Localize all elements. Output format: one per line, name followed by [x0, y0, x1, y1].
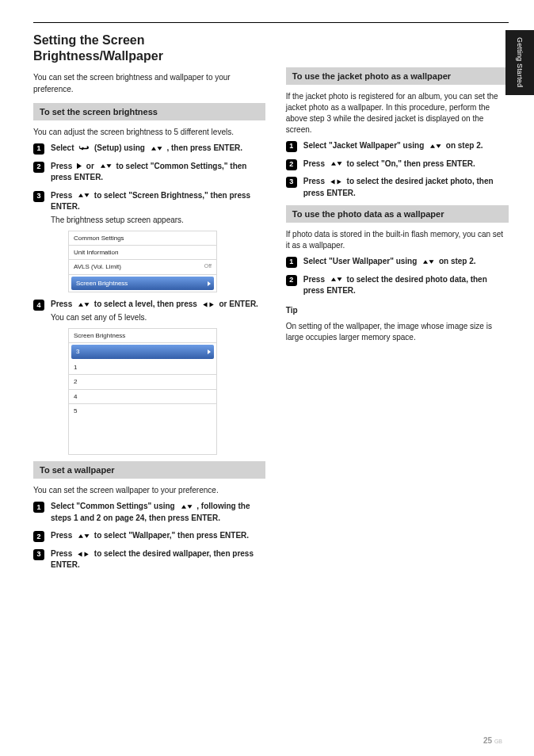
step-item: Press to select "Screen Brightness," the…: [33, 190, 265, 293]
panel-row-selected: 3: [71, 345, 214, 359]
up-down-arrows-icon: [329, 160, 343, 167]
step-text: on step 2.: [446, 141, 483, 150]
panel-row: AVLS (Vol. Limit) Off: [69, 260, 216, 275]
step-text: to select "On," then press ENTER.: [347, 159, 475, 168]
section-heading-jacket: To use the jacket photo as a wallpaper: [286, 67, 509, 85]
steps-wallpaper: Select "Common Settings" using , followi…: [33, 501, 265, 571]
step-item: Press to select the desired photo data, …: [286, 274, 509, 297]
step-text: on step 2.: [439, 257, 476, 265]
steps-photo: Select "User Wallpaper" using on step 2.…: [286, 256, 509, 297]
section-intro: If photo data is stored in the built-in …: [286, 229, 509, 251]
step-item: Select "User Wallpaper" using on step 2.: [286, 256, 509, 268]
up-down-arrows-icon: [149, 145, 163, 152]
step-text: Press: [303, 275, 327, 284]
up-down-arrows-icon: [179, 503, 193, 510]
panel-row: 4: [69, 390, 216, 405]
up-down-arrows-icon: [421, 258, 435, 265]
up-down-arrows-icon: [428, 143, 442, 150]
ui-panel-brightness-levels: Screen Brightness 3 1 2 4 5: [68, 328, 217, 455]
step-text: (Setup) using: [94, 143, 147, 152]
up-down-arrows-icon: [329, 276, 343, 283]
step-item: Press to select the desired wallpaper, t…: [33, 548, 265, 571]
step-text: Press: [51, 300, 74, 308]
page-number-value: 25: [483, 736, 492, 745]
step-text: Select "Common Settings" using: [51, 502, 177, 510]
step-item: Select (Setup) using , then press ENTER.: [33, 143, 265, 155]
step-item: Press to select "Wallpaper," then press …: [33, 530, 265, 542]
step-text: Press: [303, 159, 327, 168]
panel-row-value: Off: [204, 262, 212, 270]
panel-row-selected: Screen Brightness: [71, 277, 214, 291]
up-down-arrows-icon: [98, 162, 113, 170]
left-right-arrows-icon: [329, 178, 343, 185]
step-subtext: The brightness setup screen appears.: [51, 215, 265, 227]
left-right-arrows-icon: [201, 301, 216, 308]
tip-heading: Tip: [286, 305, 509, 316]
wrench-icon: [78, 145, 90, 152]
page-number: 25 GB: [483, 736, 502, 745]
step-text: Press: [303, 177, 327, 185]
right-column: To use the jacket photo as a wallpaper I…: [286, 29, 509, 578]
step-text: or ENTER.: [219, 300, 257, 308]
step-item: Select "Jacket Wallpaper" using on step …: [286, 140, 509, 152]
panel-row: 1: [69, 361, 216, 376]
step-item: Select "Common Settings" using , followi…: [33, 501, 265, 524]
section-intro: You can adjust the screen brightness to …: [33, 127, 265, 138]
step-item: Press to select the desired jacket photo…: [286, 176, 509, 199]
section-heading-wallpaper: To set a wallpaper: [33, 461, 265, 479]
panel-row: 2: [69, 375, 216, 390]
section-heading-photo: To use the photo data as a wallpaper: [286, 205, 509, 223]
step-text: to select "Wallpaper," then press ENTER.: [94, 531, 249, 540]
play-right-icon: [76, 162, 82, 170]
section-intro: You can set the screen wallpaper to your…: [33, 485, 265, 496]
panel-title: Screen Brightness: [69, 329, 216, 343]
section-heading-brightness: To set the screen brightness: [33, 103, 265, 120]
step-text: or: [86, 162, 97, 170]
up-down-arrows-icon: [76, 301, 90, 308]
step-text: to select a level, then press: [94, 300, 200, 308]
step-item: Press to select "On," then press ENTER.: [286, 158, 509, 170]
up-down-arrows-icon: [76, 533, 90, 540]
step-text: , then press ENTER.: [166, 143, 242, 152]
panel-row-label: AVLS (Vol. Limit): [74, 263, 121, 270]
step-text: Select "User Wallpaper" using: [303, 257, 419, 265]
top-rule: [33, 22, 509, 23]
step-subtext: You can set any of 5 levels.: [51, 312, 265, 324]
section-intro: If the jacket photo is registered for an…: [286, 91, 509, 136]
ui-panel-common-settings: Common Settings Unit Information AVLS (V…: [68, 231, 217, 292]
left-column: Setting the Screen Brightness/Wallpaper …: [33, 29, 265, 578]
page-title: Setting the Screen Brightness/Wallpaper: [33, 32, 265, 64]
left-right-arrows-icon: [76, 551, 90, 558]
steps-jacket: Select "Jacket Wallpaper" using on step …: [286, 140, 509, 199]
step-item: Press or to select "Common Settings," th…: [33, 161, 265, 184]
tip-text: On setting of the wallpaper, the image w…: [286, 321, 509, 343]
page-intro: You can set the screen brightness and wa…: [33, 72, 265, 95]
two-column-layout: Setting the Screen Brightness/Wallpaper …: [33, 29, 509, 578]
chapter-tab: Getting Started: [505, 30, 534, 95]
step-text: Press: [51, 162, 74, 170]
step-text: Select: [51, 143, 76, 152]
up-down-arrows-icon: [76, 192, 90, 199]
step-text: Press: [51, 191, 74, 200]
steps-brightness: Select (Setup) using , then press ENTER.: [33, 143, 265, 455]
panel-row: 5: [69, 404, 216, 418]
panel-row: Unit Information: [69, 246, 216, 261]
panel-title: Common Settings: [69, 231, 216, 246]
page-number-suffix: GB: [494, 739, 502, 744]
step-item: Press to select a level, then press or E…: [33, 299, 265, 455]
manual-page: Getting Started Setting the Screen Brigh…: [0, 0, 534, 756]
step-text: Press: [51, 531, 74, 540]
step-text: Press: [51, 549, 74, 558]
step-text: Select "Jacket Wallpaper" using: [303, 141, 426, 150]
